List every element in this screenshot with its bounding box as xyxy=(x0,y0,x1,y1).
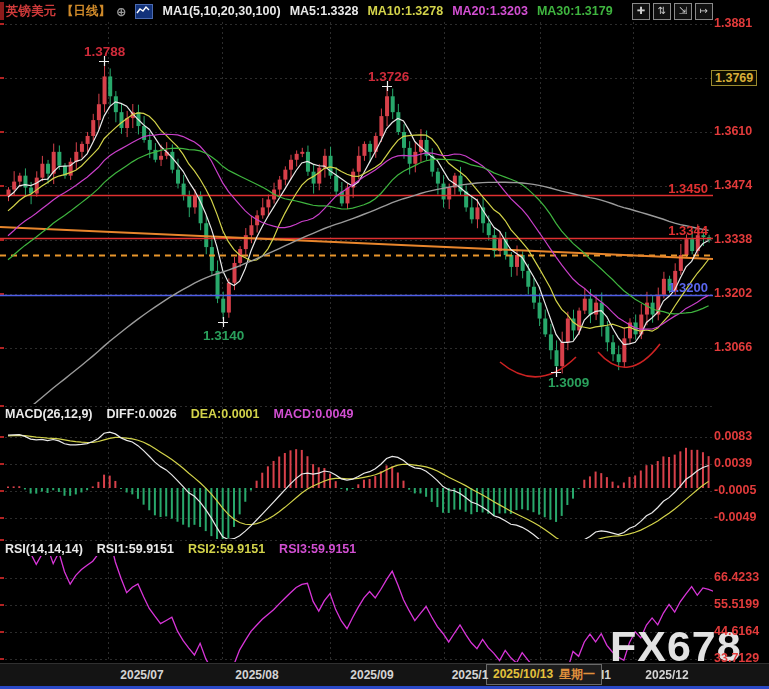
ma20-value: MA20:1.3203 xyxy=(452,4,528,18)
chart-window: 英镑美元 【日线】 ⊕ MA1(5,10,20,30,100) MA5:1.33… xyxy=(0,0,769,689)
rsi3-value: RSI3:59.9151 xyxy=(279,542,356,556)
rsi-title: RSI(14,14,14) xyxy=(5,542,83,556)
main-y-label-1.3202: 1.3202 xyxy=(714,286,752,300)
macd-value: MACD:0.0049 xyxy=(274,407,354,421)
hline-label-13200[interactable]: 1.3200 xyxy=(668,280,708,295)
annotation-low-13009: 1.3009 xyxy=(548,375,589,390)
x-label-2025-09: 2025/09 xyxy=(350,668,393,682)
rsi-y-label-66.4233: 66.4233 xyxy=(714,570,759,584)
macd-y-label-0.0039: 0.0039 xyxy=(714,456,752,470)
pan-icon[interactable]: ✚ xyxy=(632,3,650,20)
period-label[interactable]: 【日线】 xyxy=(61,3,111,20)
chart-canvas[interactable] xyxy=(0,0,769,689)
tooltip-date: 2025/10/13 xyxy=(493,667,553,681)
annotation-high-13788: 1.3788 xyxy=(84,44,125,59)
x-label-2025-07: 2025/07 xyxy=(120,668,163,682)
x-label-2025-1: 2025/1 xyxy=(452,668,489,682)
price-marker-label: 1.3769 xyxy=(711,70,757,86)
ma-group-label: MA1(5,10,20,30,100) xyxy=(162,4,280,18)
macd-title: MACD(26,12,9) xyxy=(5,407,93,421)
indicator-chart-icon[interactable] xyxy=(135,4,153,19)
macd-y-label--0.0049: -0.0049 xyxy=(714,510,756,524)
macd-dea-value: DEA:0.0001 xyxy=(191,407,260,421)
macd-header: MACD(26,12,9) DIFF:0.0026 DEA:0.0001 MAC… xyxy=(5,407,353,421)
annotation-low-13140: 1.3140 xyxy=(203,328,244,343)
rsi2-value: RSI2:59.9151 xyxy=(188,542,265,556)
chart-toolbar: ✚⇅⇲↦ xyxy=(632,3,713,20)
x-label-2025-12: 2025/12 xyxy=(645,668,688,682)
ma10-value: MA10:1.3278 xyxy=(367,4,443,18)
main-y-label-1.3881: 1.3881 xyxy=(714,16,752,30)
main-y-label-1.3338: 1.3338 xyxy=(714,232,752,246)
main-y-label-1.3610: 1.3610 xyxy=(714,124,752,138)
rsi1-value: RSI1:59.9151 xyxy=(97,542,174,556)
rsi-y-label-33.7129: 33.7129 xyxy=(714,651,759,665)
ma30-value: MA30:1.3179 xyxy=(537,4,613,18)
date-tooltip: 2025/10/13星期一 xyxy=(486,664,602,685)
symbol-title: 英镑美元 xyxy=(6,3,56,20)
macd-y-label-0.0083: 0.0083 xyxy=(714,429,752,443)
macd-y-label--0.0005: -0.0005 xyxy=(714,483,756,497)
tooltip-weekday: 星期一 xyxy=(559,667,595,681)
axis-scale-icon[interactable]: ⇅ xyxy=(653,3,671,20)
annotation-high-13726: 1.3726 xyxy=(368,69,409,84)
rsi-header: RSI(14,14,14) RSI1:59.9151 RSI2:59.9151 … xyxy=(5,542,356,556)
circle-plus-icon[interactable]: ⊕ xyxy=(116,4,126,19)
x-label-2025-08: 2025/08 xyxy=(235,668,278,682)
hline-label-13450[interactable]: 1.3450 xyxy=(668,181,708,196)
rsi-y-label-44.6164: 44.6164 xyxy=(714,624,759,638)
hline-label-13344[interactable]: 1.3344 xyxy=(668,223,708,238)
pan-right-icon[interactable]: ↦ xyxy=(695,3,713,20)
zoom-range-icon[interactable]: ⇲ xyxy=(674,3,692,20)
main-y-label-1.3474: 1.3474 xyxy=(714,178,752,192)
macd-diff-value: DIFF:0.0026 xyxy=(107,407,177,421)
ma5-value: MA5:1.3328 xyxy=(290,4,359,18)
main-y-label-1.3066: 1.3066 xyxy=(714,340,752,354)
rsi-y-label-55.5199: 55.5199 xyxy=(714,597,759,611)
